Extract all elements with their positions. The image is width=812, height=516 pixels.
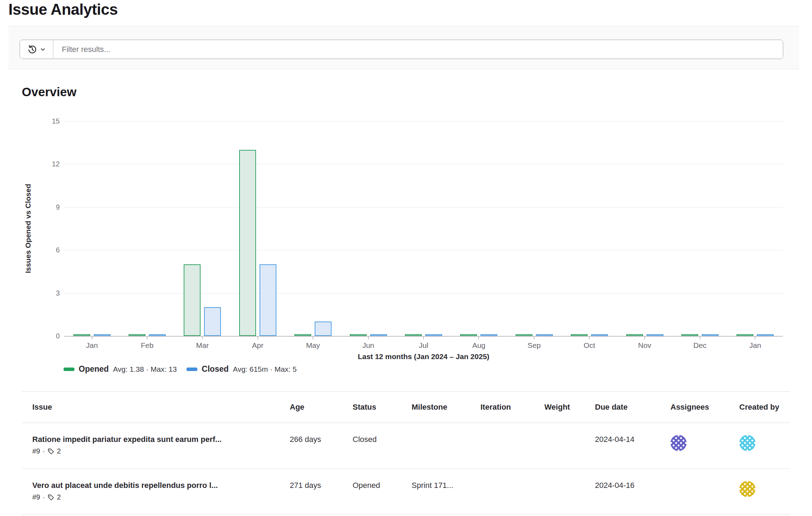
- label-count: 2: [57, 447, 61, 455]
- opened-bar: [350, 334, 367, 336]
- filter-control: [20, 40, 783, 59]
- opened-bar: [184, 264, 201, 336]
- legend-stats: Avg: 615m · Max: 5: [233, 365, 297, 373]
- author-avatar[interactable]: [739, 435, 755, 451]
- issues-table: IssueAgeStatusMilestoneIterationWeightDu…: [22, 391, 790, 515]
- label-count: 2: [57, 493, 61, 501]
- created-by-cell: [729, 469, 790, 515]
- weight-cell: [534, 423, 584, 469]
- issue-reference: #9: [32, 447, 40, 455]
- closed-bar: [591, 334, 608, 336]
- chart-y-tick-label: 6: [38, 246, 60, 254]
- weight-cell: [534, 469, 584, 515]
- chart-month-label: Mar: [181, 341, 223, 350]
- chart-month-label: Nov: [624, 341, 666, 350]
- closed-bar: [204, 307, 221, 336]
- closed-bar: [647, 334, 663, 336]
- assignee-avatar[interactable]: [670, 435, 687, 451]
- chart-month-label: Jan: [71, 341, 113, 350]
- closed-bar: [260, 264, 276, 336]
- chart-y-tick-label: 3: [38, 289, 60, 297]
- chart-x-tick: [368, 336, 369, 339]
- chart-x-tick: [92, 336, 92, 339]
- issue-cell: Vero aut placeat unde debitis repellendu…: [22, 469, 279, 515]
- chart-gridline: [64, 250, 783, 250]
- chart-legend: OpenedAvg: 1.38 · Max: 13ClosedAvg: 615m…: [64, 364, 297, 374]
- author-avatar[interactable]: [739, 481, 755, 497]
- opened-bar: [626, 334, 643, 336]
- closed-bar: [315, 322, 332, 336]
- assignees-cell: [660, 423, 729, 469]
- due-date-cell: 2024-04-16: [584, 469, 660, 515]
- issue-row: Ratione impedit pariatur expedita sunt e…: [22, 423, 790, 469]
- iteration-cell: [470, 469, 534, 515]
- due-date-cell: 2024-04-14: [584, 423, 660, 469]
- chart-month-label: May: [292, 341, 334, 350]
- chart-month-label: Sep: [513, 341, 555, 350]
- legend-label: Opened: [79, 364, 109, 374]
- chart-month-label: Oct: [568, 341, 610, 350]
- chart-gridline: [64, 293, 783, 293]
- column-header-due-date: Due date: [584, 392, 660, 423]
- column-header-weight: Weight: [534, 392, 584, 423]
- chart-y-axis-title: Issues Opened vs Closed: [24, 184, 32, 273]
- issue-meta: #9·2: [32, 447, 279, 455]
- opened-bar: [294, 334, 311, 336]
- column-header-age: Age: [279, 392, 342, 423]
- opened-bar: [516, 334, 532, 336]
- filter-history-button[interactable]: [20, 40, 53, 59]
- chart-month-label: Dec: [679, 341, 721, 350]
- column-header-iteration: Iteration: [470, 392, 534, 423]
- closed-bar: [425, 334, 442, 336]
- chart-x-tick: [202, 336, 203, 339]
- issue-reference: #9: [32, 493, 40, 501]
- assignees-cell: [660, 469, 729, 515]
- chart-month-label: Jul: [402, 341, 445, 350]
- dot-separator: ·: [42, 493, 45, 501]
- chart-x-tick: [257, 336, 258, 339]
- issue-row: Vero aut placeat unde debitis repellendu…: [22, 469, 790, 515]
- legend-swatch-opened: [64, 368, 74, 371]
- chart-y-tick-label: 9: [38, 203, 60, 211]
- opened-bar: [571, 334, 588, 336]
- chart-month-label: Apr: [237, 341, 279, 350]
- created-by-cell: [729, 423, 790, 469]
- opened-bar: [239, 150, 256, 336]
- chart-x-tick: [755, 336, 755, 339]
- opened-bar: [736, 334, 753, 336]
- filter-input[interactable]: [53, 40, 783, 59]
- opened-bar: [460, 334, 477, 336]
- opened-bar: [405, 334, 422, 336]
- label-icon: [47, 494, 54, 501]
- chart-x-tick: [644, 336, 645, 339]
- history-icon: [27, 45, 37, 54]
- opened-bar: [681, 334, 698, 336]
- chart-x-tick: [313, 336, 313, 339]
- column-header-status: Status: [342, 392, 401, 423]
- chart-x-tick: [700, 336, 700, 339]
- page-title: Issue Analytics: [8, 1, 118, 18]
- legend-label: Closed: [202, 364, 229, 374]
- age-cell: 266 days: [279, 423, 342, 469]
- legend-item-closed[interactable]: ClosedAvg: 615m · Max: 5: [186, 364, 296, 374]
- issue-cell: Ratione impedit pariatur expedita sunt e…: [22, 423, 279, 469]
- issue-analytics-page: Issue Analytics Overview: [0, 0, 812, 516]
- legend-item-opened[interactable]: OpenedAvg: 1.38 · Max: 13: [64, 364, 177, 374]
- chart-x-axis-title: Last 12 months (Jan 2024 – Jan 2025): [64, 352, 783, 361]
- issue-title-link[interactable]: Ratione impedit pariatur expedita sunt e…: [32, 435, 222, 444]
- opened-bar: [73, 334, 90, 336]
- issues-table-header: IssueAgeStatusMilestoneIterationWeightDu…: [22, 392, 790, 423]
- chart-gridline: [64, 121, 783, 121]
- chart-month-label: Aug: [458, 341, 500, 350]
- filter-bar: [8, 26, 799, 69]
- closed-bar: [536, 334, 553, 336]
- column-header-milestone: Milestone: [401, 392, 470, 423]
- issue-title-link[interactable]: Vero aut placeat unde debitis repellendu…: [32, 481, 218, 490]
- chart-y-tick-label: 0: [38, 332, 60, 340]
- issues-table-body: Ratione impedit pariatur expedita sunt e…: [22, 423, 790, 515]
- closed-bar: [149, 334, 166, 336]
- issue-meta: #9·2: [32, 493, 279, 501]
- legend-swatch-closed: [186, 368, 197, 371]
- column-header-issue: Issue: [22, 392, 279, 423]
- dot-separator: ·: [42, 447, 45, 455]
